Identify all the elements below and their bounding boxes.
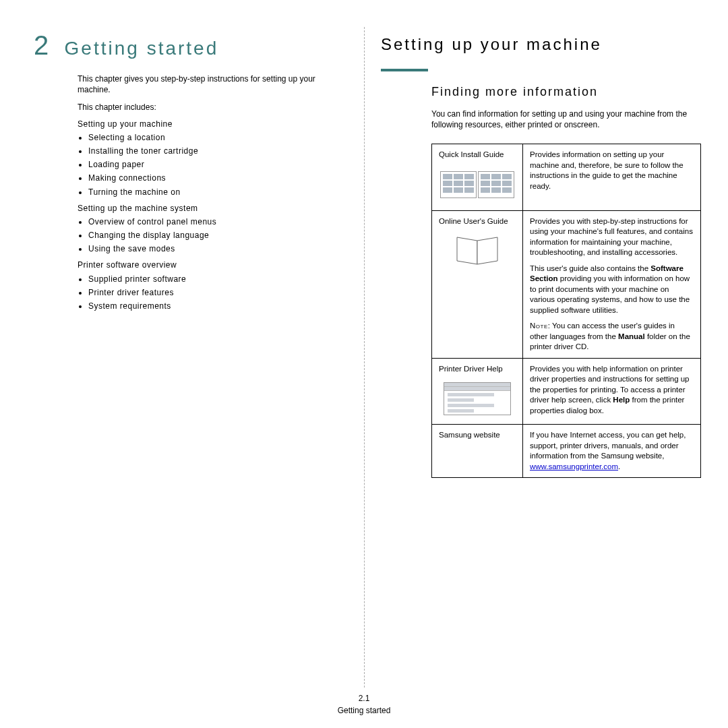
resource-label: Printer Driver Help <box>439 364 516 375</box>
chapter-number: 2 <box>34 27 49 63</box>
chapter-intro: This chapter gives you step-by-step inst… <box>78 73 347 95</box>
resource-label: Samsung website <box>439 430 516 441</box>
resource-description: Provides you with step-by-step instructi… <box>523 210 701 358</box>
toc-item[interactable]: Changing the display language <box>88 230 347 241</box>
section-heading: Setting up your machine <box>381 34 694 55</box>
toc-item[interactable]: Loading paper <box>88 159 347 170</box>
resources-table: Quick Install Guide Provides information… <box>431 144 701 478</box>
toc-item[interactable]: Selecting a location <box>88 132 347 143</box>
resource-label-cell: Samsung website <box>432 425 523 478</box>
page-label: Getting started <box>0 705 728 716</box>
toc-group-heading: Setting up the machine system <box>78 203 347 214</box>
column-divider <box>364 27 365 688</box>
toc-group: Supplied printer software Printer driver… <box>78 274 347 312</box>
table-row: Printer Driver Help Provides you w <box>432 358 701 425</box>
toc-item[interactable]: Overview of control panel menus <box>88 216 347 227</box>
accent-rule <box>381 69 428 71</box>
left-column: 2 Getting started This chapter gives you… <box>34 27 364 715</box>
toc-group: Overview of control panel menus Changing… <box>78 216 347 255</box>
table-row: Quick Install Guide Provides information… <box>432 144 701 211</box>
subsection-heading: Finding more information <box>431 84 694 100</box>
toc-group-heading: Setting up your machine <box>78 119 347 129</box>
subsection-intro: You can find information for setting up … <box>431 109 694 130</box>
resource-label-cell: Printer Driver Help <box>432 358 523 425</box>
toc-item[interactable]: Turning the machine on <box>88 187 347 198</box>
quick-install-guide-icon <box>439 164 516 205</box>
toc-group-heading: Printer software overview <box>78 260 347 270</box>
samsung-website-link[interactable]: www.samsungprinter.com <box>530 462 618 471</box>
toc-group: Selecting a location Installing the tone… <box>78 132 347 198</box>
resource-description: Provides information on setting up your … <box>523 144 701 211</box>
toc-item[interactable]: Using the save modes <box>88 243 347 254</box>
toc-item[interactable]: Making connections <box>88 173 347 183</box>
toc-item[interactable]: Printer driver features <box>88 287 347 298</box>
toc-item[interactable]: Installing the toner cartridge <box>88 146 347 156</box>
resource-label: Online User's Guide <box>439 216 516 227</box>
table-row: Samsung website If you have Internet acc… <box>432 425 701 478</box>
resource-label: Quick Install Guide <box>439 150 516 160</box>
right-column: Setting up your machine Finding more inf… <box>364 27 694 715</box>
chapter-heading: 2 Getting started <box>34 27 347 63</box>
chapter-title: Getting started <box>65 36 219 61</box>
page-footer: 2.1 Getting started <box>0 693 728 716</box>
note-label: Note <box>530 322 548 330</box>
resource-description: If you have Internet access, you can get… <box>523 425 701 478</box>
page-number: 2.1 <box>0 693 728 704</box>
dialog-window-icon <box>439 378 516 419</box>
resource-label-cell: Quick Install Guide <box>432 144 523 211</box>
resource-label-cell: Online User's Guide <box>432 210 523 358</box>
toc-item[interactable]: Supplied printer software <box>88 274 347 284</box>
toc-item[interactable]: System requirements <box>88 301 347 311</box>
resource-description: Provides you with help information on pr… <box>523 358 701 425</box>
open-book-icon <box>439 231 516 271</box>
includes-label: This chapter includes: <box>78 102 347 113</box>
table-row: Online User's Guide Provides you with st… <box>432 210 701 358</box>
page: 2 Getting started This chapter gives you… <box>0 0 728 728</box>
